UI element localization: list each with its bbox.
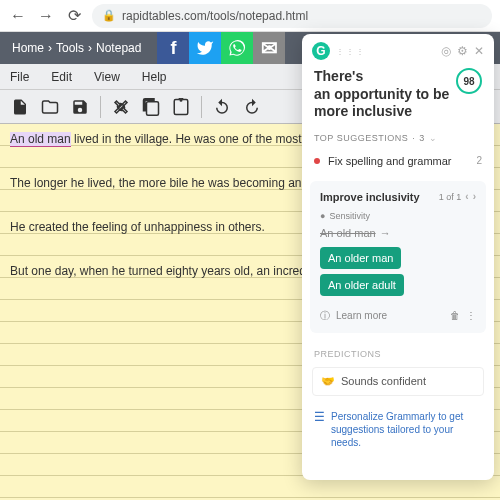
close-icon[interactable]: ✕	[474, 44, 484, 58]
red-dot-icon	[314, 158, 320, 164]
grammarly-score[interactable]: 98	[456, 68, 482, 94]
reload-button[interactable]: ⟳	[64, 6, 84, 26]
facebook-button[interactable]: f	[157, 32, 189, 64]
redo-icon[interactable]	[238, 93, 266, 121]
handshake-icon: 🤝	[321, 375, 335, 388]
url-bar[interactable]: 🔒 rapidtables.com/tools/notepad.html	[92, 4, 492, 28]
top-suggestions-header[interactable]: TOP SUGGESTIONS · 3 ⌄	[302, 129, 494, 147]
card-title: Improve inclusivity	[320, 191, 420, 203]
menu-file[interactable]: File	[10, 70, 29, 84]
back-button[interactable]: ←	[8, 6, 28, 26]
crumb-home[interactable]: Home	[12, 41, 44, 55]
whatsapp-button[interactable]	[221, 32, 253, 64]
drag-handle-icon[interactable]: ⋮⋮⋮	[336, 47, 366, 56]
open-folder-icon[interactable]	[36, 93, 64, 121]
chevron-down-icon: ⌄	[429, 133, 438, 143]
grammarly-title: There's an opportunity to be more inclus…	[314, 68, 450, 121]
settings-icon[interactable]: ⚙	[457, 44, 468, 58]
copy-icon[interactable]	[137, 93, 165, 121]
email-button[interactable]: ✉	[253, 32, 285, 64]
replace-row: An old man →	[320, 227, 476, 239]
grammarly-header: G ⋮⋮⋮ ◎ ⚙ ✕	[302, 34, 494, 68]
paste-icon[interactable]	[167, 93, 195, 121]
cut-icon[interactable]	[107, 93, 135, 121]
suggestion-chip-older-adult[interactable]: An older adult	[320, 274, 404, 296]
menu-view[interactable]: View	[94, 70, 120, 84]
more-icon[interactable]: ⋮	[466, 310, 476, 321]
forward-button[interactable]: →	[36, 6, 56, 26]
trash-icon[interactable]: 🗑	[450, 310, 460, 321]
suggestion-spelling-grammar[interactable]: Fix spelling and grammar 2	[302, 147, 494, 175]
url-text: rapidtables.com/tools/notepad.html	[122, 9, 308, 23]
highlighted-text[interactable]: An old man	[10, 132, 71, 147]
chevron-right-icon[interactable]: ›	[473, 191, 476, 202]
menu-help[interactable]: Help	[142, 70, 167, 84]
info-icon: ⓘ	[320, 309, 330, 323]
menu-edit[interactable]: Edit	[51, 70, 72, 84]
inclusivity-card: Improve inclusivity 1 of 1 ‹ › ●Sensitiv…	[310, 181, 486, 333]
lock-icon: 🔒	[102, 9, 116, 22]
arrow-right-icon: →	[380, 227, 391, 239]
twitter-button[interactable]	[189, 32, 221, 64]
prediction-sounds-confident[interactable]: 🤝 Sounds confident	[312, 367, 484, 396]
undo-icon[interactable]	[208, 93, 236, 121]
grammarly-logo-icon[interactable]: G	[312, 42, 330, 60]
crumb-notepad[interactable]: Notepad	[96, 41, 141, 55]
suggestion-chip-older-man[interactable]: An older man	[320, 247, 401, 269]
browser-nav-bar: ← → ⟳ 🔒 rapidtables.com/tools/notepad.ht…	[0, 0, 500, 32]
personalize-link[interactable]: ☰ Personalize Grammarly to get suggestio…	[314, 410, 482, 449]
learn-more-link[interactable]: Learn more	[336, 310, 387, 321]
goals-icon[interactable]: ◎	[441, 44, 451, 58]
chevron-left-icon[interactable]: ‹	[465, 191, 468, 202]
sliders-icon: ☰	[314, 410, 325, 449]
social-buttons: f ✉	[157, 32, 285, 64]
new-file-icon[interactable]	[6, 93, 34, 121]
crumb-tools[interactable]: Tools	[56, 41, 84, 55]
grammarly-panel: G ⋮⋮⋮ ◎ ⚙ ✕ There's an opportunity to be…	[302, 34, 494, 480]
sensitivity-label: ●Sensitivity	[320, 211, 476, 221]
save-icon[interactable]	[66, 93, 94, 121]
predictions-label: PREDICTIONS	[302, 339, 494, 363]
